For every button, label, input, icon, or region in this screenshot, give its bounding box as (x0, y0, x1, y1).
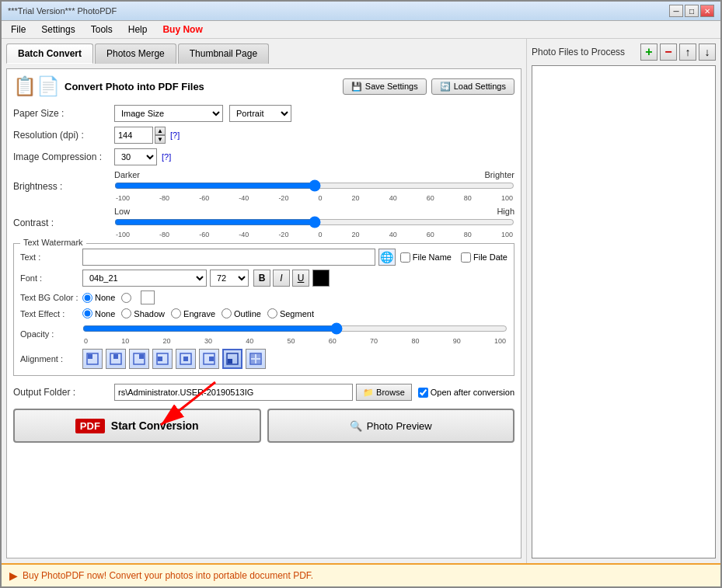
resolution-help[interactable]: [?] (170, 130, 180, 140)
start-conversion-button[interactable]: PDF Start Conversion (13, 409, 261, 443)
opacity-label: Opacity : (20, 329, 82, 339)
effect-shadow-label[interactable]: Shadow (121, 308, 165, 318)
move-down-button[interactable]: ↓ (699, 43, 716, 61)
minimize-button[interactable]: ─ (669, 5, 683, 17)
menu-buy-now[interactable]: Buy Now (156, 23, 208, 37)
header-title: Convert Photo into PDF Files (65, 81, 204, 92)
bg-color-row: Text BG Color : None (20, 291, 507, 304)
bg-color-swatch[interactable] (141, 291, 155, 304)
menu-settings[interactable]: Settings (35, 23, 81, 37)
contrast-slider[interactable] (114, 216, 514, 228)
remove-file-button[interactable]: − (660, 43, 677, 61)
file-name-checkbox-label[interactable]: File Name (400, 252, 452, 263)
bg-none-radio[interactable] (82, 293, 92, 303)
menu-tools[interactable]: Tools (85, 23, 119, 37)
align-btn-5[interactable] (199, 349, 219, 369)
convert-icon: 📋📄 (13, 75, 60, 97)
bg-color-radio[interactable] (121, 293, 131, 303)
tab-thumbnail-page[interactable]: Thumbnail Page (178, 43, 269, 64)
file-date-checkbox[interactable] (461, 252, 471, 263)
header-left: 📋📄 Convert Photo into PDF Files (13, 75, 204, 97)
resolution-input[interactable]: 144 (114, 127, 153, 144)
align-btn-4[interactable] (176, 349, 196, 369)
contrast-ends: Low High (114, 207, 514, 216)
svg-rect-3 (113, 354, 118, 359)
effect-outline-label[interactable]: Outline (221, 308, 261, 318)
resolution-row: Resolution (dpi) : 144 ▲ ▼ [?] (13, 127, 514, 144)
font-label: Font : (20, 273, 82, 283)
effect-outline-radio[interactable] (221, 308, 232, 318)
bottom-bar: ▶ Buy PhotoPDF now! Convert your photos … (2, 563, 720, 586)
tab-batch-convert[interactable]: Batch Convert (6, 43, 93, 64)
effect-segment-radio[interactable] (267, 308, 277, 318)
load-settings-button[interactable]: 🔄 Load Settings (431, 78, 514, 95)
watermark-text-input[interactable] (82, 249, 375, 266)
window-title: ***Trial Version*** PhotoPDF (8, 6, 117, 16)
open-after-checkbox[interactable] (418, 388, 428, 398)
orientation-select[interactable]: Portrait Landscape (229, 105, 291, 122)
svg-rect-18 (256, 360, 260, 364)
italic-button[interactable]: I (273, 270, 290, 287)
photo-preview-button[interactable]: 🔍 Photo Preview (267, 409, 515, 443)
align-btn-1[interactable] (106, 349, 126, 369)
close-button[interactable]: ✕ (700, 5, 714, 17)
spinner-up[interactable]: ▲ (155, 127, 166, 135)
effect-engrave-radio[interactable] (171, 308, 181, 318)
watermark-text-row: Text : 🌐 File Name File Date (20, 249, 507, 266)
start-conversion-label: Start Conversion (111, 419, 199, 432)
file-date-checkbox-label[interactable]: File Date (461, 252, 507, 263)
paper-size-row: Paper Size : Image Size A4 Letter Portra… (13, 105, 514, 122)
effect-label: Text Effect : (20, 309, 82, 318)
restore-button[interactable]: □ (685, 5, 699, 17)
align-btn-7[interactable] (246, 349, 266, 369)
watermark-text-label: Text : (20, 252, 82, 262)
font-row: Font : 04b_21 Arial Times New Roman 72 8… (20, 270, 507, 287)
effect-engrave-label[interactable]: Engrave (171, 308, 215, 318)
svg-rect-17 (251, 360, 255, 364)
contrast-label: Contrast : (13, 217, 114, 228)
file-name-checkbox[interactable] (400, 252, 410, 263)
output-path-input[interactable] (114, 384, 353, 401)
menu-bar: File Settings Tools Help Buy Now (2, 21, 720, 39)
align-btn-6[interactable] (222, 349, 242, 369)
opacity-slider[interactable] (82, 322, 507, 335)
browse-button[interactable]: 📁 Browse (356, 384, 412, 401)
spinner-down[interactable]: ▼ (155, 135, 166, 144)
save-icon: 💾 (351, 82, 362, 92)
compression-select[interactable]: 30 10204050 (114, 148, 157, 165)
svg-rect-7 (158, 357, 162, 361)
compression-help[interactable]: [?] (162, 152, 171, 162)
underline-button[interactable]: U (292, 270, 309, 287)
font-select[interactable]: 04b_21 Arial Times New Roman (82, 270, 207, 287)
svg-rect-15 (251, 354, 255, 358)
brightness-slider[interactable] (114, 179, 514, 192)
paper-size-select[interactable]: Image Size A4 Letter (114, 105, 223, 122)
effect-none-label[interactable]: None (82, 308, 115, 318)
add-file-button[interactable]: + (640, 43, 657, 61)
effect-segment-label[interactable]: Segment (267, 308, 314, 318)
contrast-ticks: -100 -80 -60 -40 -20 0 20 40 60 80 100 (114, 231, 514, 238)
font-size-select[interactable]: 72 81012243648 (210, 270, 249, 287)
effect-none-radio[interactable] (82, 308, 92, 318)
output-folder-label: Output Folder : (13, 387, 114, 398)
align-btn-3[interactable] (152, 349, 173, 369)
bg-color-radio-label[interactable] (121, 293, 131, 303)
font-color-box[interactable] (312, 270, 330, 287)
open-after-label[interactable]: Open after conversion (418, 388, 514, 398)
right-panel-header: Photo Files to Process + − ↑ ↓ (532, 43, 716, 61)
align-btn-0[interactable] (82, 349, 103, 369)
bold-button[interactable]: B (253, 270, 270, 287)
bg-color-radio-group: None (82, 291, 155, 304)
save-settings-button[interactable]: 💾 Save Settings (343, 78, 427, 95)
menu-help[interactable]: Help (122, 23, 154, 37)
effect-row: Text Effect : None Shadow (20, 308, 507, 318)
effect-shadow-radio[interactable] (121, 308, 131, 318)
right-panel: Photo Files to Process + − ↑ ↓ (526, 39, 720, 563)
tab-photos-merge[interactable]: Photos Merge (95, 43, 176, 64)
bg-none-radio-label[interactable]: None (82, 293, 115, 303)
watermark-icon-btn[interactable]: 🌐 (378, 249, 396, 266)
menu-file[interactable]: File (5, 23, 32, 37)
align-btn-2[interactable] (129, 349, 149, 369)
resolution-spinner: 144 ▲ ▼ (114, 127, 166, 144)
move-up-button[interactable]: ↑ (679, 43, 696, 61)
